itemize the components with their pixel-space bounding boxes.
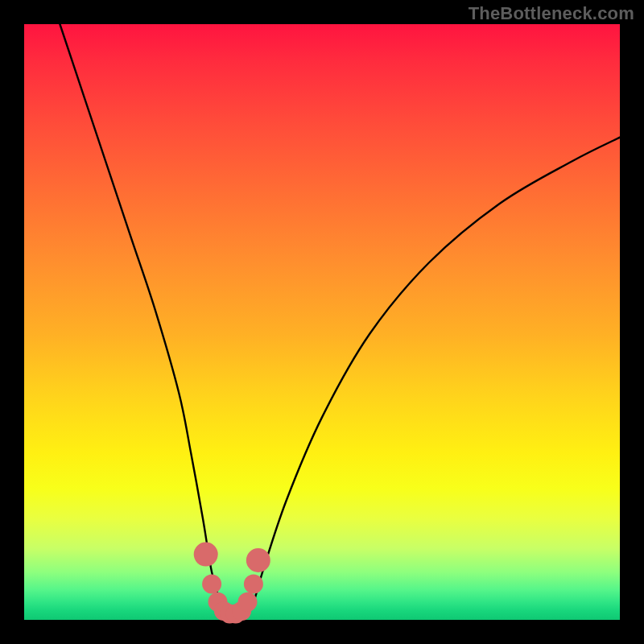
watermark-text: TheBottleneck.com [469, 3, 634, 24]
highlight-dot-endcap [246, 548, 270, 572]
bottleneck-curve [60, 24, 620, 615]
highlight-dot [244, 575, 263, 594]
highlight-dot [202, 575, 221, 594]
highlight-dots [194, 543, 270, 624]
highlight-dot [238, 592, 258, 612]
plot-area [24, 24, 620, 620]
highlight-dot-endcap [194, 543, 218, 567]
chart-frame: TheBottleneck.com [0, 0, 644, 644]
curve-layer [24, 24, 620, 620]
